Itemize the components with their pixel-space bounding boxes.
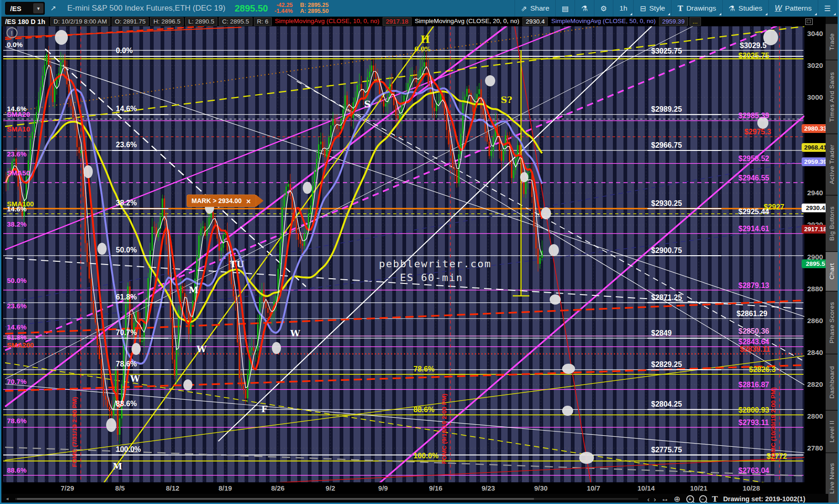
sidebar-tab-phase-scores[interactable]: Phase Scores <box>826 292 838 354</box>
fib-sma-label: 78.6% <box>7 417 27 425</box>
price-tick: 2800 <box>807 412 823 420</box>
chart-style-icon: ⊟ <box>640 4 646 13</box>
chart-letter: W <box>196 344 207 354</box>
fib-sma-label: 14.6% <box>7 323 27 331</box>
chart-symbol-desc: /ES 180 D 1h <box>1 17 49 26</box>
mark-callout[interactable]: MARK > 2934.00✕ <box>187 195 264 207</box>
moving-average <box>6 73 542 406</box>
patterns-dropdown[interactable]: W Patterns <box>768 0 818 17</box>
fib-label: 100.0% <box>116 445 141 453</box>
chart-letter: H <box>420 33 430 45</box>
scrollbar-thumb[interactable] <box>17 498 534 500</box>
style-dropdown[interactable]: ⊟ Style <box>633 0 671 17</box>
study-label[interactable]: SimpleMovingAvg (CLOSE, 20, 0, no) <box>413 17 521 25</box>
price-level-label: $2793.11 <box>738 419 769 426</box>
right-sidebar: TradeTimes And SalesActive TraderBig But… <box>826 17 838 504</box>
marker-ellipse <box>579 452 594 464</box>
fib-sma-label: 38.2% <box>7 220 27 228</box>
zoom-in-icon[interactable]: + <box>684 494 695 504</box>
study-value: 2959.39 <box>659 17 688 26</box>
studies-more[interactable]: ... <box>689 17 701 26</box>
fib-sma-label: 70.7% <box>7 378 27 385</box>
marker-ellipse <box>84 165 93 178</box>
watermark-line1: pebblewriter.com <box>379 258 491 270</box>
studies-dropdown[interactable]: ⚗ Studies <box>722 0 768 17</box>
scroll-left-icon[interactable]: ◂ <box>6 496 9 502</box>
svg-text:MARK > 2934.00: MARK > 2934.00 <box>192 197 242 204</box>
flask-icon: ⚗ <box>581 4 587 13</box>
watermark-line2: ES 60-min <box>400 272 463 283</box>
price-level-label: $2826.3 <box>749 366 776 373</box>
chart-letter: S? <box>501 95 512 105</box>
date-tick: 8/5 <box>115 484 125 492</box>
date-tick: 9/9 <box>378 484 388 492</box>
price-level-label: $2879.13 <box>738 282 769 289</box>
last-price: 2895.50 <box>234 3 268 14</box>
fib-sma-label: 50.0% <box>7 276 27 284</box>
chart-window-buttons[interactable] <box>805 18 813 25</box>
fib-label: 0.0% <box>116 47 132 54</box>
sidebar-tab-active-trader[interactable]: Active Trader <box>826 134 838 196</box>
list-menu-button[interactable]: ☰ <box>818 0 837 17</box>
date-tick: 10/28 <box>743 484 760 492</box>
link-icon[interactable]: ↗ <box>50 4 56 12</box>
studies-flask-icon: ⚗ <box>729 4 735 13</box>
report-button[interactable]: ▤ <box>555 0 575 17</box>
fib-label: 61.8% <box>116 293 137 301</box>
sidebar-tab-big-buttons[interactable]: Big Buttons <box>826 196 838 252</box>
trendline <box>45 49 306 287</box>
price-bubble: 2930.4 <box>802 204 829 212</box>
fomc-label: FOMC (9/18/19 2:00 PM) <box>441 394 448 464</box>
study-label[interactable]: SimpleMovingAvg (CLOSE, 50, 0, no) <box>549 17 657 25</box>
fib-sma-label: SMA200 <box>7 341 34 349</box>
sidebar-tab-level-ii[interactable]: Level II <box>826 411 838 453</box>
restore-icon[interactable] <box>805 18 813 25</box>
sidebar-tab-trade[interactable]: Trade <box>826 24 838 60</box>
svg-text:✕: ✕ <box>246 198 251 205</box>
sidebar-tab-times-and-sales[interactable]: Times And Sales <box>826 60 838 134</box>
trendline <box>5 26 804 350</box>
ohlc-chip: C: 2895.5 <box>219 17 252 26</box>
chart-canvas[interactable]: pebblewriter.comES 60-minH0.0%SS?TUMWWWF… <box>1 26 804 482</box>
date-tick: 9/30 <box>534 484 547 492</box>
price-axis[interactable]: 3040302030002940292029002880286028402820… <box>804 26 828 482</box>
chart-scrollbar[interactable] <box>15 498 638 500</box>
text-tool-icon[interactable]: T <box>710 494 719 504</box>
instrument-title: E-mini S&P 500 Index Futures,ETH (DEC 19… <box>67 4 226 13</box>
fib-label: 88.6% <box>116 400 137 408</box>
step-back-icon[interactable]: ‹ <box>645 494 652 504</box>
settings-button[interactable]: ⚙ <box>594 0 613 17</box>
move-crosshair-icon[interactable]: ⊕ <box>671 494 683 504</box>
price-level-label: $2989.25 <box>651 105 682 113</box>
fib-sma-label: 88.6% <box>7 466 27 474</box>
marker-ellipse <box>550 294 561 305</box>
pan-horizontal-icon[interactable]: ↔ <box>659 494 671 504</box>
step-forward-icon[interactable]: › <box>652 494 658 504</box>
zoom-out-icon[interactable]: − <box>697 494 708 504</box>
price-level-label: $2975.3 <box>744 128 771 136</box>
fib-label: 88.6% <box>414 406 434 414</box>
caret-down-icon[interactable]: ▾ <box>33 3 43 13</box>
date-tick: 7/29 <box>60 484 74 492</box>
analyze-button[interactable]: ⚗ <box>575 0 593 17</box>
price-level-label: $2775.75 <box>651 446 682 454</box>
date-tick: 9/23 <box>481 484 495 492</box>
study-label[interactable]: SimpleMovingAvg (CLOSE, 10, 0, no) <box>273 17 381 25</box>
fib-sma-label: SMA10 <box>7 125 30 133</box>
symbol-input[interactable]: /ES ▾ <box>5 2 45 15</box>
fib-sma-label: 0.0% <box>7 41 23 48</box>
time-axis[interactable]: 7/298/58/128/198/269/29/99/169/239/3010/… <box>1 482 804 494</box>
marker-ellipse <box>549 244 559 256</box>
drawings-dropdown[interactable]: T Drawings <box>671 0 722 17</box>
price-level-label: $2930.25 <box>651 199 682 207</box>
sidebar-tab-chart[interactable]: Chart <box>826 252 838 292</box>
price-level-label: $2958.52 <box>738 155 769 162</box>
fib-label: 78.6% <box>116 360 137 368</box>
ohlc-chip: R: 6 <box>254 17 272 26</box>
study-value: 2930.4 <box>522 17 548 26</box>
interval-dropdown[interactable]: 1h <box>613 0 633 17</box>
share-button[interactable]: ⇗ Share <box>515 0 556 17</box>
price-level-label: $2829.25 <box>651 360 682 368</box>
sidebar-tab-dashboard[interactable]: Dashboard <box>826 354 838 411</box>
chart-letter: W <box>290 328 300 338</box>
